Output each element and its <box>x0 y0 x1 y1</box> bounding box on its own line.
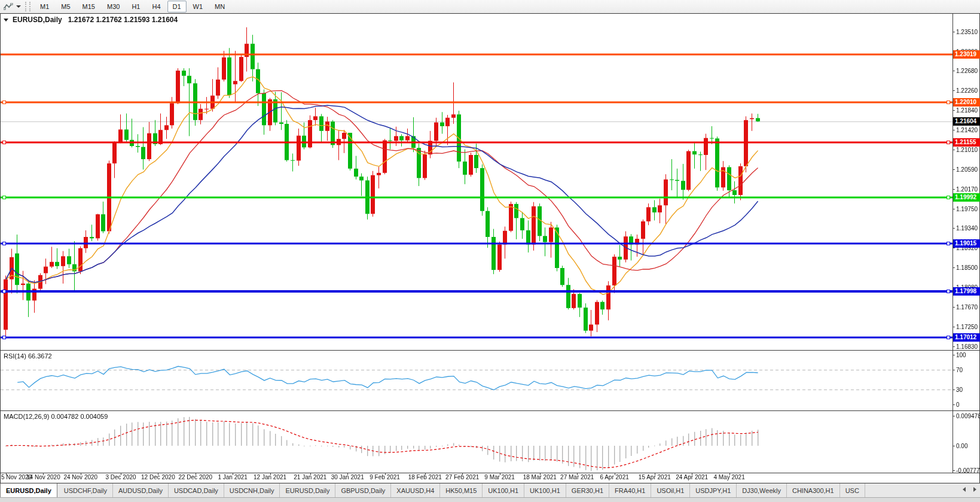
chart-tab-13[interactable]: USOil,H1 <box>651 483 690 498</box>
chart-tab-11[interactable]: GER30,H1 <box>566 483 609 498</box>
rsi-axis-tick-mark <box>953 404 955 405</box>
dropdown-caret-icon[interactable] <box>16 5 21 8</box>
chart-tab-3[interactable]: USDCAD,Daily <box>169 483 224 498</box>
price-axis-tick: 1.19750 <box>956 206 978 212</box>
rsi-axis-tick: 70 <box>956 367 963 373</box>
window-border-top <box>0 13 980 14</box>
timeframe-button-w1[interactable]: W1 <box>188 1 209 13</box>
timeframe-button-m5[interactable]: M5 <box>56 1 75 13</box>
price-axis-tick-mark <box>953 32 955 32</box>
date-axis-label: 27 Feb 2021 <box>438 474 486 480</box>
date-axis-label: 1 Jan 2021 <box>209 474 257 480</box>
tab-scroll-right-icon[interactable] <box>970 485 979 494</box>
price-line-tag-1.17998: 1.17998 <box>953 287 980 296</box>
timeframe-button-m1[interactable]: M1 <box>35 1 54 13</box>
rsi-label: RSI(14) 66.3672 <box>4 352 52 360</box>
price-axis-tick: 1.21420 <box>956 127 978 133</box>
price-axis-tick: 1.17670 <box>956 304 978 311</box>
terminal-window: M1M5M15M30H1H4D1W1MN EURUSD,Daily 1.2167… <box>0 0 980 502</box>
chart-ohlc-values: 1.21672 1.21762 1.21593 1.21604 <box>68 16 178 24</box>
date-axis-label: 24 Apr 2021 <box>668 474 716 480</box>
price-line-tag-1.21155: 1.21155 <box>953 138 980 147</box>
rsi-axis-tick: 30 <box>956 387 963 393</box>
price-axis-tick: 1.20590 <box>956 166 978 173</box>
chart-tab-6[interactable]: GBPUSD,Daily <box>335 483 391 498</box>
chart-tab-12[interactable]: FRA40,H1 <box>609 483 651 498</box>
chart-tab-9[interactable]: UK100,H1 <box>483 483 524 498</box>
main-chart-canvas[interactable] <box>1 14 952 350</box>
price-axis-tick: 1.16830 <box>956 343 978 350</box>
price-axis-tick-mark <box>953 287 955 288</box>
price-axis-tick-mark <box>953 169 955 170</box>
chart-tab-0[interactable]: EURUSD,Daily <box>0 483 57 498</box>
rsi-axis-tick-mark <box>953 370 955 370</box>
date-axis-label: 4 May 2021 <box>706 474 753 480</box>
timeframe-button-m15[interactable]: M15 <box>77 1 100 13</box>
price-axis-tick: 1.20170 <box>956 186 978 193</box>
timeframe-button-h4[interactable]: H4 <box>146 1 166 13</box>
date-axis-label: 22 Dec 2020 <box>172 474 219 480</box>
rsi-axis-tick: 100 <box>956 352 966 358</box>
price-line-tag-1.23019: 1.23019 <box>953 50 980 59</box>
collapse-caret-icon[interactable] <box>4 19 8 22</box>
timeframe-button-mn[interactable]: MN <box>209 1 230 13</box>
macd-canvas[interactable] <box>1 411 952 473</box>
date-axis-label: 24 Nov 2020 <box>57 474 105 480</box>
date-axis-label: 5 Nov 2020 <box>1 474 39 480</box>
price-axis-tick: 1.21840 <box>956 107 978 114</box>
date-axis-tick-mark <box>196 473 196 475</box>
chart-tab-17[interactable]: USC <box>840 483 865 498</box>
splitter-macd-dates[interactable] <box>0 473 980 473</box>
date-axis-label: 9 Mar 2021 <box>476 474 524 480</box>
date-axis-label: 12 Jan 2021 <box>246 474 294 480</box>
tab-scroll-left-icon[interactable] <box>960 485 968 494</box>
macd-label: MACD(12,26,9) 0.004782 0.004059 <box>4 413 108 420</box>
chart-tab-7[interactable]: XAUUSD,H4 <box>391 483 440 498</box>
date-axis-tick-mark <box>121 473 121 475</box>
date-axis-tick-mark <box>615 473 615 475</box>
date-axis-tick-mark <box>233 473 233 475</box>
date-axis-tick-mark <box>270 473 271 475</box>
tab-scroll-arrows <box>960 485 979 494</box>
rsi-canvas[interactable] <box>1 351 952 410</box>
chart-tab-16[interactable]: CHINA300,H1 <box>787 483 840 498</box>
price-axis-tick-mark <box>953 327 955 327</box>
chart-tab-4[interactable]: USDCNH,Daily <box>224 483 280 498</box>
price-axis-tick-mark <box>953 228 955 229</box>
timeframe-button-m30[interactable]: M30 <box>102 1 125 13</box>
timeframe-buttons: M1M5M15M30H1H4D1W1MN <box>34 1 231 13</box>
date-axis-tick-mark <box>310 473 311 475</box>
date-axis-tick-mark <box>655 473 655 475</box>
price-axis-tick-mark <box>953 51 955 52</box>
bottom-scroll-strip[interactable] <box>0 497 980 502</box>
chart-tab-1[interactable]: USDCHF,Daily <box>59 483 113 498</box>
chart-tab-15[interactable]: DJ30,Weekly <box>737 483 787 498</box>
chart-tab-14[interactable]: USDJPY,H1 <box>690 483 737 498</box>
price-line-tag-1.19992: 1.19992 <box>953 193 980 202</box>
date-axis-tick-mark <box>385 473 386 475</box>
macd-axis-tick-mark <box>953 416 955 416</box>
timeframe-button-h1[interactable]: H1 <box>126 1 145 13</box>
price-axis-tick: 1.18920 <box>956 245 978 251</box>
date-axis-tick-mark <box>347 473 348 475</box>
macd-axis-tick-mark <box>953 446 955 446</box>
splitter-rsi-macd[interactable] <box>0 410 980 411</box>
price-axis-tick: 1.19340 <box>956 225 978 232</box>
timeframe-toolbar: M1M5M15M30H1H4D1W1MN <box>0 0 980 14</box>
chart-tab-8[interactable]: HK50,M15 <box>440 483 483 498</box>
price-axis-tick-mark <box>953 71 955 71</box>
chart-tab-10[interactable]: UK100,H1 <box>524 483 566 498</box>
date-axis-label: 6 Apr 2021 <box>591 474 639 480</box>
price-axis-tick: 1.23510 <box>956 29 978 35</box>
chart-tab-2[interactable]: AUDUSD,Daily <box>113 483 169 498</box>
chart-tool-icon[interactable] <box>2 2 14 11</box>
toolbar-grip[interactable] <box>25 2 30 11</box>
price-axis-border <box>952 13 953 473</box>
chart-tab-5[interactable]: EURUSD,Daily <box>280 483 335 498</box>
zigzag-line-icon <box>4 3 13 10</box>
date-axis-tick-mark <box>577 473 578 475</box>
date-axis-label: 21 Jan 2021 <box>286 474 334 480</box>
timeframe-button-d1[interactable]: D1 <box>167 1 187 13</box>
date-axis-label: 12 Dec 2020 <box>134 474 182 480</box>
splitter-main-rsi[interactable] <box>0 350 980 351</box>
